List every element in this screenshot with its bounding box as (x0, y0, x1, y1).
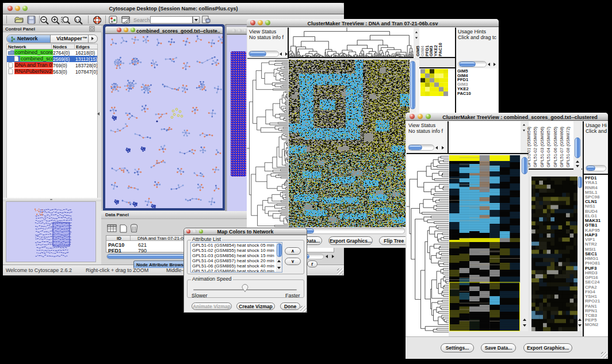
svg-text:1:1: 1:1 (75, 18, 81, 22)
